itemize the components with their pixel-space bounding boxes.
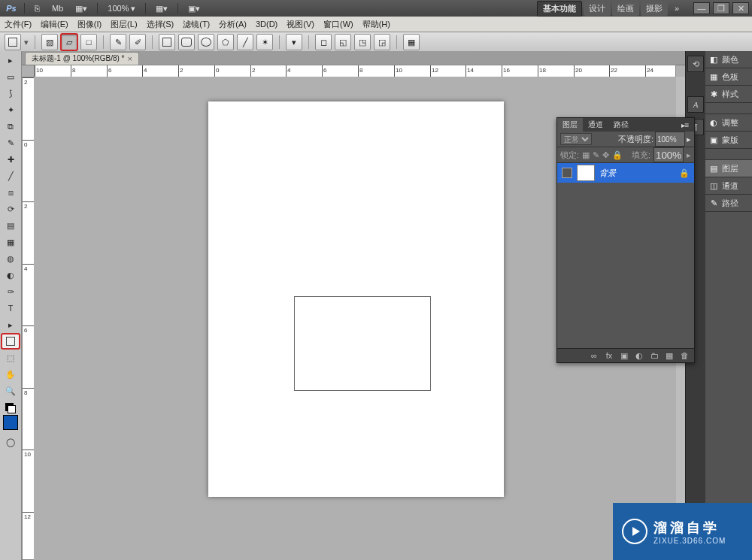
align-edges[interactable]: ▦ (403, 34, 420, 50)
path-select-tool[interactable]: ▸ (2, 317, 20, 332)
workspace-more-button[interactable]: » (669, 2, 684, 15)
opacity-input[interactable] (655, 132, 685, 147)
menu-filter[interactable]: 滤镜(T) (183, 19, 210, 30)
lock-trans-icon[interactable]: ▦ (582, 150, 590, 160)
menu-3d[interactable]: 3D(D) (256, 20, 277, 29)
menu-analysis[interactable]: 分析(A) (219, 19, 247, 30)
shape-rect[interactable] (159, 34, 175, 50)
link-icon[interactable]: ∞ (589, 350, 599, 361)
color-panel-row[interactable]: ◧ 颜色 (705, 51, 752, 68)
new-layer-icon[interactable]: ▦ (664, 350, 675, 361)
hand-tool[interactable]: ✋ (2, 367, 20, 382)
quick-mask-tool[interactable]: ◯ (2, 434, 20, 450)
shape-tool[interactable] (2, 334, 20, 349)
shape-line[interactable]: ╱ (237, 34, 253, 50)
menu-layer[interactable]: 图层(L) (111, 19, 137, 30)
menu-help[interactable]: 帮助(H) (362, 19, 390, 30)
visibility-icon[interactable] (562, 168, 572, 178)
default-colors-icon[interactable] (5, 403, 16, 413)
current-tool-preset[interactable] (5, 34, 21, 50)
layers-floating-panel[interactable]: 图层 通道 路径 ▸≡ 正常 不透明度: ▸ 锁定: ▦ ✎ ✥ 🔒 填充: ▸ (556, 117, 695, 363)
menu-select[interactable]: 选择(S) (147, 19, 174, 30)
window-minimize-button[interactable]: — (693, 2, 710, 14)
panel-menu-icon[interactable]: ▸≡ (676, 121, 694, 129)
pen-tool-variant2[interactable]: ✐ (129, 34, 146, 50)
move-tool[interactable]: ▸ (2, 53, 20, 68)
dodge-tool[interactable]: ◐ (2, 268, 20, 283)
adjustments-panel-row[interactable]: ◐ 调整 (705, 114, 752, 132)
3d-tool[interactable]: ⬚ (2, 350, 20, 365)
clone-tool[interactable]: ⧇ (2, 185, 20, 200)
blend-mode-select[interactable]: 正常 (560, 133, 592, 145)
path-bool-4[interactable]: ◲ (374, 34, 390, 50)
lasso-tool[interactable]: ⟆ (2, 86, 20, 101)
shape-mode-shapelayer[interactable]: ▧ (41, 34, 58, 50)
crop-tool[interactable]: ⧉ (2, 119, 20, 134)
layer-thumbnail[interactable] (577, 165, 595, 181)
window-close-button[interactable]: ✕ (732, 2, 749, 14)
shape-rounded[interactable] (178, 34, 195, 50)
swatches-panel-row[interactable]: ▦ 色板 (705, 68, 752, 86)
fill-input[interactable] (653, 147, 684, 162)
shape-custom[interactable]: ✶ (256, 34, 273, 50)
workspace-tab-photo[interactable]: 摄影 (641, 2, 668, 16)
document-tab[interactable]: 未标题-1 @ 100%(RGB/8) * × (25, 52, 139, 65)
gradient-tool[interactable]: ▦ (2, 235, 20, 250)
layers-tab[interactable]: 图层 (557, 118, 583, 132)
minibridge-button[interactable]: Mb (47, 2, 68, 15)
rect-marquee-tool[interactable]: ▭ (2, 69, 20, 84)
eraser-tool[interactable]: ▤ (2, 218, 20, 233)
lock-move-icon[interactable]: ✥ (602, 150, 609, 160)
masks-panel-row[interactable]: ▣ 蒙版 (705, 132, 752, 149)
group-icon[interactable]: 🗀 (649, 350, 660, 361)
foreground-color-swatch[interactable] (3, 415, 18, 430)
type-tool[interactable]: T (2, 301, 20, 316)
view-extras-button[interactable]: ▣▾ (183, 2, 205, 15)
zoom-display[interactable]: 100% ▾ (102, 2, 141, 15)
layers-panel-row[interactable]: ▤ 图层 (705, 160, 752, 177)
path-bool-1[interactable]: ◻ (315, 34, 332, 50)
paths-panel-row[interactable]: ✎ 路径 (705, 195, 752, 212)
layer-row-background[interactable]: 背景 🔒 (557, 163, 694, 183)
pen-tool[interactable]: ✑ (2, 284, 20, 299)
doc-arrange-button[interactable]: ▦▾ (70, 2, 92, 15)
lock-all-icon[interactable]: 🔒 (612, 150, 623, 160)
drawn-rectangle-path[interactable] (294, 296, 431, 391)
menu-window[interactable]: 窗口(W) (323, 19, 353, 30)
char-icon[interactable]: A (687, 96, 704, 113)
shape-polygon[interactable]: ⬠ (217, 34, 234, 50)
path-bool-2[interactable]: ◱ (335, 34, 351, 50)
doc-tab-close-icon[interactable]: × (128, 54, 132, 63)
path-bool-3[interactable]: ◳ (354, 34, 371, 50)
channels-tab[interactable]: 通道 (583, 118, 608, 132)
brush-tool[interactable]: ╱ (2, 168, 20, 183)
mask-icon[interactable]: ▣ (619, 350, 629, 361)
eyedropper-tool[interactable]: ✎ (2, 135, 20, 150)
styles-panel-row[interactable]: ✱ 样式 (705, 86, 752, 103)
menu-edit[interactable]: 编辑(E) (41, 19, 68, 30)
channels-panel-row[interactable]: ◫ 通道 (705, 177, 752, 195)
adjust-icon[interactable]: ◐ (634, 350, 644, 361)
shape-ellipse[interactable] (198, 34, 214, 50)
heal-tool[interactable]: ✚ (2, 152, 20, 167)
trash-icon[interactable]: 🗑 (679, 350, 690, 361)
workspace-tab-painting[interactable]: 绘画 (612, 2, 639, 16)
view-grid-button[interactable]: ▦▾ (150, 2, 173, 15)
paths-tab[interactable]: 路径 (608, 118, 634, 132)
menu-view[interactable]: 视图(V) (287, 19, 314, 30)
shape-mode-pixel[interactable]: □ (80, 34, 97, 50)
shape-options[interactable]: ▾ (286, 34, 302, 50)
quick-select-tool[interactable]: ✦ (2, 102, 20, 117)
shape-mode-path[interactable]: ▱ (61, 34, 77, 50)
history-brush-tool[interactable]: ⟳ (2, 201, 20, 216)
workspace-tab-design[interactable]: 设计 (584, 2, 611, 16)
lock-paint-icon[interactable]: ✎ (593, 150, 599, 160)
bridge-button[interactable]: ⎘ (29, 2, 45, 15)
pen-tool-variant1[interactable]: ✎ (110, 34, 126, 50)
window-maximize-button[interactable]: ❐ (713, 2, 729, 14)
zoom-tool[interactable]: 🔍 (2, 383, 20, 398)
fx-icon[interactable]: fx (604, 350, 614, 361)
menu-file[interactable]: 文件(F) (5, 19, 32, 30)
history-icon[interactable]: ⟲ (687, 56, 704, 72)
menu-image[interactable]: 图像(I) (77, 19, 102, 30)
